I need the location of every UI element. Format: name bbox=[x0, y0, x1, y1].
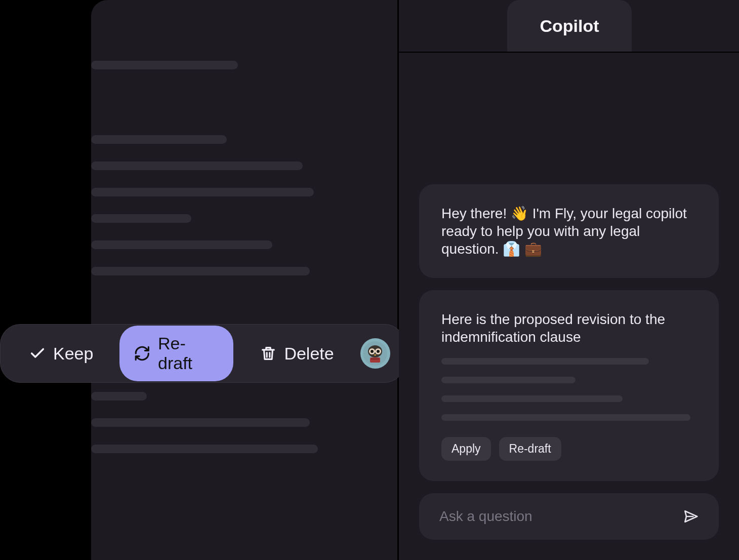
owl-avatar-icon bbox=[363, 341, 387, 366]
text-placeholder bbox=[91, 135, 227, 144]
chat-area: Hey there! 👋 I'm Fly, your legal copilot… bbox=[399, 52, 739, 560]
redraft-message-button[interactable]: Re-draft bbox=[499, 437, 561, 461]
message-actions: Apply Re-draft bbox=[441, 437, 696, 461]
document-panel: Keep Re-draft Delete bbox=[91, 0, 399, 560]
refresh-icon bbox=[134, 345, 151, 362]
chat-message: Hey there! 👋 I'm Fly, your legal copilot… bbox=[419, 184, 719, 278]
paragraph-placeholder bbox=[91, 135, 397, 275]
text-placeholder bbox=[91, 392, 147, 401]
text-placeholder bbox=[441, 377, 576, 383]
inline-edit-toolbar: Keep Re-draft Delete bbox=[0, 324, 405, 383]
delete-button[interactable]: Delete bbox=[245, 336, 348, 372]
text-placeholder bbox=[441, 395, 623, 402]
text-placeholder bbox=[91, 267, 310, 275]
chat-message: Here is the proposed revision to the ind… bbox=[419, 290, 719, 481]
text-placeholder bbox=[91, 418, 310, 427]
redraft-label: Re-draft bbox=[158, 334, 219, 373]
redraft-button[interactable]: Re-draft bbox=[119, 326, 233, 381]
tab-copilot[interactable]: Copilot bbox=[507, 0, 632, 52]
keep-button[interactable]: Keep bbox=[15, 336, 107, 372]
send-icon[interactable] bbox=[682, 508, 699, 525]
apply-button[interactable]: Apply bbox=[441, 437, 491, 461]
app-frame: Keep Re-draft Delete bbox=[91, 0, 739, 560]
trash-icon bbox=[260, 345, 277, 362]
svg-point-5 bbox=[377, 350, 380, 353]
tab-bar: Copilot bbox=[399, 0, 739, 52]
svg-point-4 bbox=[371, 350, 374, 353]
text-placeholder bbox=[91, 445, 318, 453]
tab-label: Copilot bbox=[540, 16, 599, 36]
svg-rect-7 bbox=[371, 358, 379, 359]
text-placeholder bbox=[441, 414, 690, 421]
text-placeholder bbox=[91, 61, 238, 69]
check-icon bbox=[29, 345, 46, 362]
message-text: Here is the proposed revision to the ind… bbox=[441, 310, 696, 346]
paragraph-placeholder bbox=[91, 61, 397, 69]
keep-label: Keep bbox=[53, 344, 93, 364]
text-placeholder bbox=[91, 214, 191, 223]
avatar[interactable] bbox=[360, 338, 390, 369]
chat-input[interactable] bbox=[439, 508, 682, 525]
svg-rect-6 bbox=[370, 357, 380, 363]
text-placeholder bbox=[91, 241, 272, 249]
message-text: Hey there! 👋 I'm Fly, your legal copilot… bbox=[441, 206, 687, 257]
chat-input-row bbox=[419, 493, 719, 540]
paragraph-placeholder bbox=[91, 392, 397, 453]
copilot-panel: Copilot Hey there! 👋 I'm Fly, your legal… bbox=[399, 0, 739, 560]
text-placeholder bbox=[91, 188, 314, 196]
text-placeholder bbox=[441, 358, 649, 365]
delete-label: Delete bbox=[284, 344, 334, 364]
text-placeholder bbox=[91, 162, 303, 170]
